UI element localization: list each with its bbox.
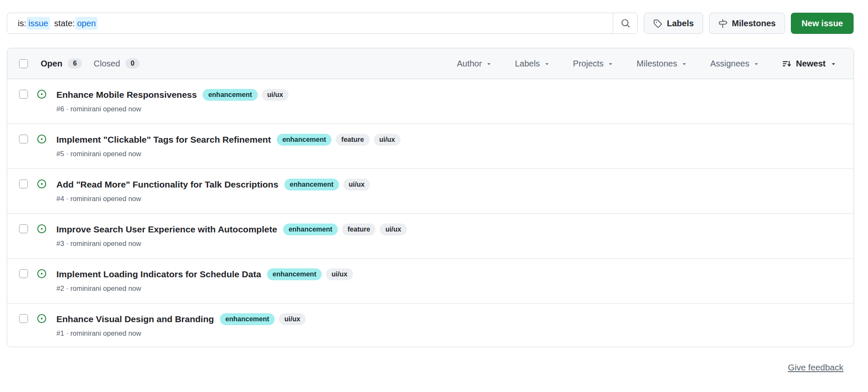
search-group: is:issuestate:open [7,13,638,34]
closed-count-badge: 0 [125,58,139,69]
label-enhancement[interactable]: enhancement [220,313,275,325]
caret-down-icon [544,61,550,67]
issue-opened-icon [37,269,46,278]
issue-row: Implement "Clickable" Tags for Search Re… [7,124,854,169]
label-uiux[interactable]: ui/ux [279,313,306,325]
label-uiux[interactable]: ui/ux [380,224,406,235]
filter-assignees-label: Assignees [710,59,749,69]
sort-label: Newest [796,59,826,69]
filter-projects-label: Projects [573,59,604,69]
caret-down-icon [753,61,760,67]
issue-opened-icon [37,314,46,323]
filter-author[interactable]: Author [457,59,492,69]
issue-meta: #6 · rominirani opened now [56,105,843,113]
list-filter-bar: Open 6 Closed 0 Author Labels Projects M… [7,48,854,79]
issue-row: Add "Read More" Functionality for Talk D… [7,169,854,214]
new-issue-button-label: New issue [801,19,843,28]
issue-opened-icon [37,90,46,99]
filter-assignees[interactable]: Assignees [710,59,760,69]
new-issue-button[interactable]: New issue [791,13,854,34]
issue-meta: #1 · rominirani opened now [56,329,843,337]
issue-row: Improve Search User Experience with Auto… [7,214,854,259]
search-input[interactable]: is:issuestate:open [7,13,613,33]
label-enhancement[interactable]: enhancement [203,89,257,101]
issue-checkbox[interactable] [19,314,28,323]
issue-meta: #2 · rominirani opened now [56,284,843,293]
issue-row-main: Enhance Mobile Responsiveness enhancemen… [56,89,843,113]
issue-title-link[interactable]: Implement "Clickable" Tags for Search Re… [56,135,271,145]
filter-dropdowns: Author Labels Projects Milestones Assign… [457,59,837,69]
filter-projects[interactable]: Projects [573,59,614,69]
issue-row: Enhance Visual Design and Branding enhan… [7,304,854,347]
issue-row-main: Implement Loading Indicators for Schedul… [56,268,843,293]
issue-meta: #5 · rominirani opened now [56,150,843,158]
tab-open[interactable]: Open 6 [41,58,82,69]
open-count-badge: 6 [68,58,82,69]
label-enhancement[interactable]: enhancement [283,224,338,235]
issue-checkbox[interactable] [19,90,28,99]
issue-checkbox[interactable] [19,135,28,144]
issue-checkbox[interactable] [19,179,28,188]
issue-row: Implement Loading Indicators for Schedul… [7,259,854,304]
issue-title-link[interactable]: Add "Read More" Functionality for Talk D… [56,179,278,190]
label-enhancement[interactable]: enhancement [267,268,322,280]
issue-opened-icon [37,224,46,233]
issue-row-main: Implement "Clickable" Tags for Search Re… [56,134,843,158]
issue-opened-icon [37,179,46,188]
filter-milestones-label: Milestones [637,59,677,69]
milestones-button-label: Milestones [732,19,776,28]
sort-descending-icon [782,59,791,68]
caret-down-icon [830,61,837,67]
issue-row-main: Add "Read More" Functionality for Talk D… [56,179,843,203]
label-uiux[interactable]: ui/ux [343,179,370,190]
filter-milestones[interactable]: Milestones [637,59,687,69]
select-all-checkbox[interactable] [19,59,28,68]
issue-title-link[interactable]: Improve Search User Experience with Auto… [56,224,277,235]
caret-down-icon [486,61,492,67]
milestone-icon [718,19,727,28]
issue-title-link[interactable]: Enhance Visual Design and Branding [56,314,214,324]
search-term-plain: state: [54,17,75,30]
issue-title-link[interactable]: Enhance Mobile Responsiveness [56,90,197,100]
filter-labels[interactable]: Labels [515,59,550,69]
give-feedback-link[interactable]: Give feedback [788,362,843,372]
label-uiux[interactable]: ui/ux [374,134,401,146]
label-feature[interactable]: feature [336,134,369,146]
label-enhancement[interactable]: enhancement [284,179,339,190]
tab-open-label: Open [41,59,62,69]
issue-checkbox[interactable] [19,224,28,233]
tag-icon [653,19,662,28]
issues-toolbar: is:issuestate:open Labels Milestones New… [0,0,868,34]
issue-checkbox[interactable] [19,269,28,278]
labels-button-label: Labels [667,19,693,28]
search-term-plain: is: [17,17,27,30]
issue-row-main: Improve Search User Experience with Auto… [56,224,843,248]
caret-down-icon [607,61,614,67]
issue-row-main: Enhance Visual Design and Branding enhan… [56,313,843,337]
sort-dropdown[interactable]: Newest [782,59,837,69]
milestones-button[interactable]: Milestones [709,13,785,34]
labels-button[interactable]: Labels [644,13,703,34]
label-uiux[interactable]: ui/ux [262,89,289,101]
search-term-qualifier: open [75,17,98,30]
label-enhancement[interactable]: enhancement [277,134,331,146]
issue-meta: #3 · rominirani opened now [56,240,843,248]
label-uiux[interactable]: ui/ux [326,268,353,280]
issues-list-card: Open 6 Closed 0 Author Labels Projects M… [7,48,854,347]
issue-title-link[interactable]: Implement Loading Indicators for Schedul… [56,269,261,279]
search-icon [621,19,630,28]
issue-meta: #4 · rominirani opened now [56,195,843,203]
search-term-qualifier: issue [27,17,50,30]
tab-closed-label: Closed [94,59,120,69]
filter-author-label: Author [457,59,482,69]
label-feature[interactable]: feature [342,224,376,235]
feedback-bar: Give feedback [0,362,868,373]
search-button[interactable] [613,13,637,33]
tab-closed[interactable]: Closed 0 [94,58,139,69]
filter-labels-label: Labels [515,59,540,69]
issue-row: Enhance Mobile Responsiveness enhancemen… [7,79,854,124]
caret-down-icon [681,61,687,67]
issue-opened-icon [37,135,46,144]
